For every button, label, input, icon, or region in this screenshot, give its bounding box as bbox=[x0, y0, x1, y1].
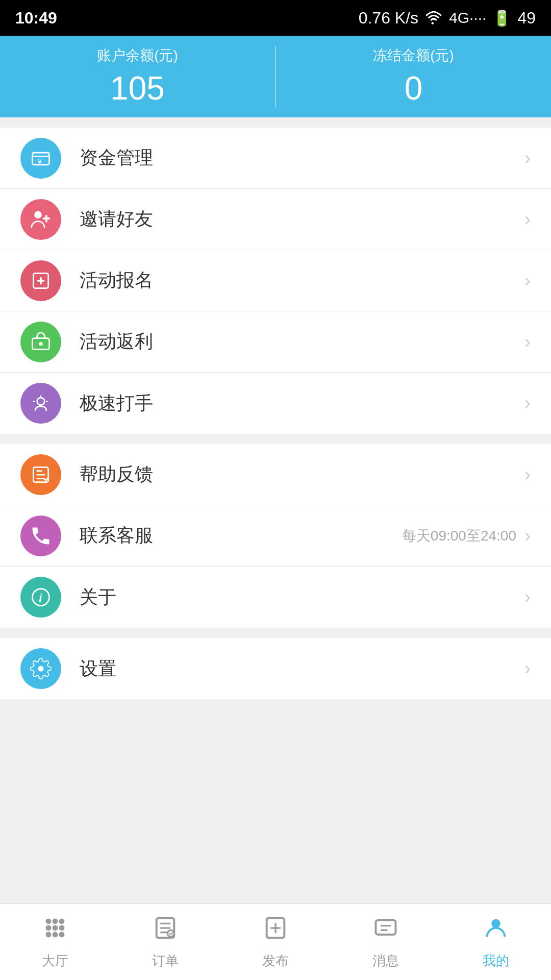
svg-point-10 bbox=[46, 918, 52, 924]
contact-arrow: › bbox=[524, 525, 531, 547]
nav-item-orders[interactable]: 订单 bbox=[110, 915, 220, 970]
about-label: 关于 bbox=[80, 585, 524, 610]
section-gap-3 bbox=[0, 628, 551, 638]
help-arrow: › bbox=[524, 464, 531, 485]
publish-label: 发布 bbox=[262, 952, 289, 970]
svg-point-14 bbox=[53, 925, 58, 930]
bottom-nav: 大厅 订单 发布 消息 bbox=[0, 903, 551, 980]
invite-label: 邀请好友 bbox=[80, 207, 524, 232]
about-icon: i bbox=[20, 577, 61, 618]
menu-item-contact[interactable]: 联系客服 每天09:00至24:00 › bbox=[0, 505, 551, 567]
svg-text:¥: ¥ bbox=[38, 158, 42, 165]
activity-rebate-arrow: › bbox=[524, 331, 531, 353]
mine-icon bbox=[483, 915, 509, 947]
svg-point-16 bbox=[46, 932, 52, 937]
messages-label: 消息 bbox=[372, 952, 399, 970]
orders-icon bbox=[152, 915, 179, 947]
svg-point-5 bbox=[39, 342, 42, 346]
contact-label: 联系客服 bbox=[80, 523, 402, 548]
frozen-label: 冻结金额(元) bbox=[373, 46, 454, 65]
status-bar: 10:49 0.76 K/s 4G···· 🔋 49 bbox=[0, 0, 551, 36]
balance-label: 账户余额(元) bbox=[97, 46, 178, 65]
settings-label: 设置 bbox=[80, 656, 524, 681]
section-gap-1 bbox=[0, 117, 551, 128]
svg-point-12 bbox=[59, 918, 65, 924]
header-balance: 账户余额(元) 105 冻结金额(元) 0 bbox=[0, 36, 551, 117]
menu-item-help[interactable]: 帮助反馈 › bbox=[0, 444, 551, 505]
svg-point-15 bbox=[59, 925, 65, 930]
nav-item-messages[interactable]: 消息 bbox=[331, 915, 441, 970]
menu-item-activity-reg[interactable]: 活动报名 › bbox=[0, 250, 551, 311]
svg-point-20 bbox=[167, 930, 174, 937]
lobby-label: 大厅 bbox=[42, 952, 68, 970]
nav-item-mine[interactable]: 我的 bbox=[441, 915, 551, 970]
settings-arrow: › bbox=[524, 658, 531, 679]
invite-arrow: › bbox=[524, 209, 531, 230]
account-balance: 账户余额(元) 105 bbox=[0, 36, 275, 117]
nav-item-publish[interactable]: 发布 bbox=[220, 915, 331, 970]
menu-group-2: 帮助反馈 › 联系客服 每天09:00至24:00 › i 关于 › bbox=[0, 444, 551, 628]
cellular: 4G···· bbox=[449, 9, 486, 27]
menu-item-activity-rebate[interactable]: 活动返利 › bbox=[0, 311, 551, 373]
activity-rebate-label: 活动返利 bbox=[80, 329, 524, 354]
fast-typist-arrow: › bbox=[524, 393, 531, 414]
nav-item-lobby[interactable]: 大厅 bbox=[0, 915, 110, 970]
battery-level: 49 bbox=[517, 9, 536, 28]
messages-icon bbox=[372, 915, 399, 947]
activity-reg-icon bbox=[20, 260, 61, 301]
mine-label: 我的 bbox=[483, 952, 509, 970]
lobby-icon bbox=[42, 915, 68, 947]
frozen-value: 0 bbox=[405, 69, 423, 107]
status-time: 10:49 bbox=[15, 9, 57, 28]
fast-typist-label: 极速打手 bbox=[80, 391, 524, 416]
svg-point-17 bbox=[53, 932, 58, 937]
menu-group-3: 设置 › bbox=[0, 638, 551, 699]
publish-icon bbox=[262, 915, 289, 947]
fast-typist-icon bbox=[20, 383, 61, 424]
activity-reg-label: 活动报名 bbox=[80, 268, 524, 293]
menu-item-settings[interactable]: 设置 › bbox=[0, 638, 551, 699]
settings-icon bbox=[20, 648, 61, 689]
fund-arrow: › bbox=[524, 148, 531, 169]
help-label: 帮助反馈 bbox=[80, 462, 524, 487]
menu-item-fast-typist[interactable]: 极速打手 › bbox=[0, 373, 551, 434]
svg-text:i: i bbox=[39, 592, 42, 604]
invite-icon bbox=[20, 199, 61, 240]
svg-rect-22 bbox=[376, 920, 396, 934]
orders-label: 订单 bbox=[152, 952, 179, 970]
menu-item-about[interactable]: i 关于 › bbox=[0, 567, 551, 628]
activity-rebate-icon bbox=[20, 322, 61, 362]
about-arrow: › bbox=[524, 586, 531, 608]
status-right: 0.76 K/s 4G···· 🔋 49 bbox=[359, 9, 536, 28]
section-gap-2 bbox=[0, 434, 551, 444]
frozen-balance: 冻结金额(元) 0 bbox=[276, 36, 551, 117]
contact-hours: 每天09:00至24:00 bbox=[402, 526, 516, 546]
svg-point-6 bbox=[37, 398, 45, 405]
svg-point-18 bbox=[59, 932, 65, 937]
svg-point-11 bbox=[53, 918, 58, 924]
contact-icon bbox=[20, 516, 61, 556]
svg-point-23 bbox=[491, 919, 500, 927]
battery-icon: 🔋 bbox=[492, 9, 511, 27]
balance-value: 105 bbox=[110, 69, 165, 107]
activity-reg-arrow: › bbox=[524, 270, 531, 291]
wifi-icon bbox=[424, 9, 443, 27]
menu-item-fund[interactable]: ¥ 资金管理 › bbox=[0, 128, 551, 189]
menu-item-invite[interactable]: 邀请好友 › bbox=[0, 189, 551, 250]
svg-point-2 bbox=[34, 211, 42, 218]
network-speed: 0.76 K/s bbox=[359, 9, 418, 28]
svg-point-13 bbox=[46, 925, 52, 930]
fund-label: 资金管理 bbox=[80, 145, 524, 170]
fund-icon: ¥ bbox=[20, 138, 61, 179]
help-icon bbox=[20, 454, 61, 495]
menu-group-1: ¥ 资金管理 › 邀请好友 › 活动报名 › 活动返利 › 极速打手 › bbox=[0, 128, 551, 434]
